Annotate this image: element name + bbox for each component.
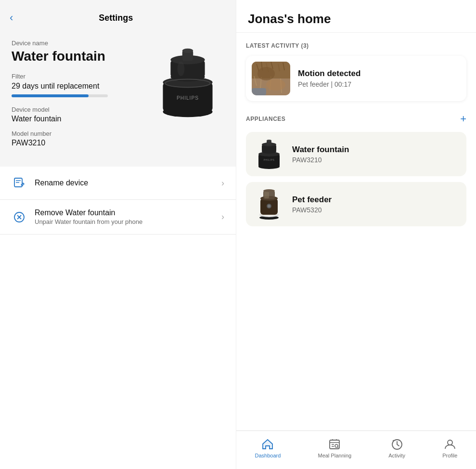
pet-feeder-name: Pet feeder	[292, 195, 332, 205]
water-fountain-model: PAW3210	[292, 156, 349, 164]
right-panel: Jonas's home LATEST ACTIVITY (3)	[236, 0, 476, 469]
rename-device-row[interactable]: Rename device ›	[0, 167, 236, 200]
svg-line-59	[337, 447, 338, 448]
device-image: PHILIPS	[154, 46, 226, 123]
appliances-section: APPLIANCES + PHILIPS	[246, 113, 466, 226]
left-actions: Rename device › Remove Water fountain Un…	[0, 167, 236, 469]
model-number-value: PAW3210	[12, 139, 224, 147]
activity-thumbnail	[252, 62, 290, 95]
pet-feeder-info: Pet feeder PAW5320	[292, 195, 332, 214]
remove-device-title: Remove Water fountain	[35, 208, 221, 217]
nav-activity[interactable]: Activity	[388, 438, 405, 458]
svg-text:PHILIPS: PHILIPS	[264, 158, 275, 161]
rename-chevron: ›	[221, 178, 224, 188]
profile-icon	[444, 438, 456, 451]
add-appliance-button[interactable]: +	[460, 113, 466, 125]
svg-point-10	[177, 62, 184, 76]
pet-feeder-image	[254, 189, 284, 220]
water-fountain-name: Water fountain	[292, 145, 349, 155]
svg-rect-32	[252, 88, 266, 95]
svg-point-7	[182, 49, 193, 53]
remove-chevron: ›	[221, 212, 224, 222]
svg-point-40	[267, 140, 271, 142]
remove-device-content: Remove Water fountain Unpair Water fount…	[35, 208, 221, 225]
svg-point-62	[448, 440, 452, 445]
rename-icon	[12, 175, 27, 191]
svg-point-49	[263, 189, 275, 192]
remove-device-row[interactable]: Remove Water fountain Unpair Water fount…	[0, 200, 236, 234]
device-name-label: Device name	[12, 39, 224, 47]
meal-planning-icon	[328, 438, 341, 451]
bottom-nav: Dashboard Meal Planning Activity	[236, 430, 476, 469]
settings-header: ‹ Settings	[0, 0, 236, 32]
appliances-header: APPLIANCES +	[246, 113, 466, 125]
remove-icon	[12, 209, 27, 225]
appliance-card-pet-feeder[interactable]: Pet feeder PAW5320	[246, 182, 466, 226]
activity-motion-sub: Pet feeder | 00:17	[298, 80, 360, 88]
latest-activity-label: LATEST ACTIVITY (3)	[246, 42, 309, 49]
device-info-section: Device name Water fountain Filter 29 day…	[0, 32, 236, 157]
svg-point-30	[257, 67, 275, 80]
meal-planning-label: Meal Planning	[318, 453, 351, 458]
rename-device-content: Rename device	[35, 179, 221, 187]
dashboard-label: Dashboard	[255, 453, 281, 458]
back-button[interactable]: ‹	[10, 12, 13, 24]
svg-text:PHILIPS: PHILIPS	[177, 95, 199, 101]
filter-progress-fill	[12, 94, 89, 97]
svg-rect-48	[264, 191, 269, 198]
nav-meal-planning[interactable]: Meal Planning	[318, 438, 351, 458]
model-number-label: Model number	[12, 130, 224, 137]
activity-card[interactable]: Motion detected Pet feeder | 00:17	[246, 56, 466, 101]
nav-dashboard[interactable]: Dashboard	[255, 438, 281, 458]
appliance-card-water-fountain[interactable]: PHILIPS Water fountain PAW3210	[246, 132, 466, 176]
latest-activity-header: LATEST ACTIVITY (3)	[246, 42, 466, 49]
appliances-label: APPLIANCES	[246, 116, 285, 122]
activity-info: Motion detected Pet feeder | 00:17	[298, 69, 360, 88]
svg-point-58	[335, 444, 338, 447]
home-icon	[261, 438, 274, 451]
activity-label: Activity	[388, 453, 405, 458]
right-content: LATEST ACTIVITY (3)	[236, 33, 476, 430]
right-header: Jonas's home	[236, 0, 476, 33]
rename-device-title: Rename device	[35, 179, 221, 187]
svg-point-31	[266, 79, 285, 91]
water-fountain-image: PHILIPS	[254, 139, 284, 169]
activity-motion-title: Motion detected	[298, 69, 360, 78]
water-fountain-info: Water fountain PAW3210	[292, 145, 349, 164]
remove-device-subtitle: Unpair Water fountain from your phone	[35, 218, 221, 225]
home-title: Jonas's home	[248, 12, 464, 26]
activity-icon	[391, 438, 403, 451]
pet-feeder-model: PAW5320	[292, 206, 332, 214]
left-panel: ‹ Settings Device name Water fountain Fi…	[0, 0, 236, 469]
filter-progress-bar	[12, 94, 108, 97]
nav-profile[interactable]: Profile	[442, 438, 457, 458]
settings-title: Settings	[19, 13, 213, 23]
profile-label: Profile	[442, 453, 457, 458]
svg-point-51	[268, 205, 270, 208]
